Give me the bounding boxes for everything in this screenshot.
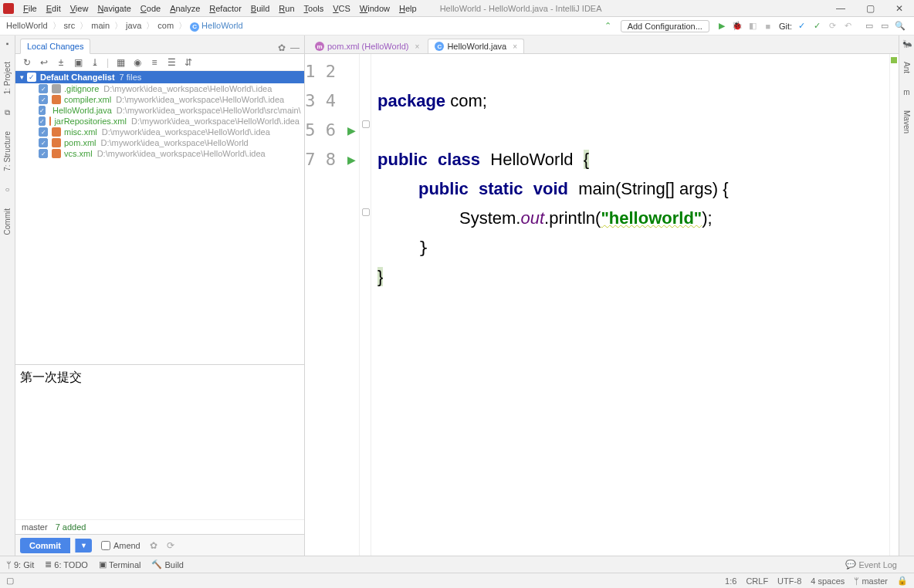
file-checkbox[interactable]: ✓	[39, 138, 48, 147]
group-icon[interactable]: ▦	[115, 57, 126, 68]
commit-dropdown[interactable]: ▼	[75, 539, 92, 553]
changed-file[interactable]: ✓compiler.xmlD:\mywork\idea_workspace\He…	[15, 94, 304, 105]
project-structure-icon[interactable]: ▭	[863, 20, 875, 32]
changelist-root[interactable]: ▾ ✓ Default Changelist 7 files	[15, 71, 304, 83]
settings-icon[interactable]: ▭	[878, 20, 891, 32]
git-history-icon[interactable]: ⟳	[826, 20, 838, 32]
commit-message-input[interactable]	[20, 370, 300, 515]
indent-setting[interactable]: 4 spaces	[811, 576, 845, 586]
structure-icon[interactable]: ⧉	[3, 108, 12, 117]
breadcrumb-com[interactable]: com	[157, 21, 174, 30]
changed-file[interactable]: ✓pom.xmlD:\mywork\idea_workspace\HelloWo…	[15, 137, 304, 148]
changed-file[interactable]: ✓HelloWorld.javaD:\mywork\idea_workspace…	[15, 105, 304, 116]
run-class-icon[interactable]: ▶	[344, 116, 359, 145]
coverage-icon[interactable]: ◧	[746, 20, 759, 32]
menu-navigate[interactable]: Navigate	[93, 2, 135, 15]
toolwindow-git[interactable]: ᛘ9: Git	[6, 560, 34, 569]
maven-icon[interactable]: m	[902, 87, 912, 96]
file-checkbox[interactable]: ✓	[39, 127, 48, 137]
menu-window[interactable]: Window	[355, 2, 394, 15]
menu-tools[interactable]: Tools	[300, 2, 329, 15]
event-log[interactable]: 💬Event Log	[845, 559, 897, 569]
ant-icon[interactable]: 🐜	[902, 39, 912, 48]
project-icon[interactable]: ▪	[3, 39, 12, 48]
amend-checkbox[interactable]: Amend	[101, 541, 140, 550]
git-branch-status[interactable]: ᛘ master	[854, 576, 888, 586]
menu-analyze[interactable]: Analyze	[165, 2, 205, 15]
tab-project[interactable]: 1: Project	[3, 59, 12, 97]
commit-gear-icon[interactable]: ✿	[150, 540, 157, 551]
file-checkbox[interactable]: ✓	[39, 149, 48, 158]
close-tab-icon[interactable]: ×	[513, 42, 517, 51]
menu-code[interactable]: Code	[136, 2, 165, 15]
menu-refactor[interactable]: Refactor	[205, 2, 246, 15]
toolwindow-todo[interactable]: ≣6: TODO	[45, 559, 88, 569]
breadcrumb-src[interactable]: src	[64, 21, 76, 30]
stop-icon[interactable]: ■	[762, 20, 774, 32]
expand-icon[interactable]: ≡	[149, 57, 160, 68]
code-editor[interactable]: package com; public class HelloWorld { p…	[371, 54, 889, 556]
tab-maven[interactable]: Maven	[902, 107, 911, 137]
run-icon[interactable]: ▶	[716, 20, 728, 32]
tab-commit[interactable]: Commit	[3, 205, 12, 238]
fold-marker-icon[interactable]	[362, 208, 370, 216]
editor-tab[interactable]: CHelloWorld.java×	[428, 39, 524, 53]
menu-vcs[interactable]: VCS	[328, 2, 355, 15]
minimize-button[interactable]: —	[829, 3, 852, 14]
file-checkbox[interactable]: ✓	[39, 95, 48, 104]
fold-marker-icon[interactable]	[362, 120, 370, 128]
line-separator[interactable]: CRLF	[746, 576, 768, 586]
breadcrumb-main[interactable]: main	[91, 21, 110, 30]
toolwindow-build[interactable]: 🔨Build	[151, 559, 183, 569]
view-icon[interactable]: ◉	[132, 57, 143, 68]
toolwindow-terminal[interactable]: ▣Terminal	[99, 559, 141, 569]
maximize-button[interactable]: ▢	[858, 3, 882, 14]
debug-icon[interactable]: 🐞	[731, 20, 743, 32]
panel-settings-icon[interactable]: ✿	[278, 42, 286, 53]
changelist-icon[interactable]: ▣	[73, 57, 83, 68]
diff-icon[interactable]: ±	[56, 57, 66, 68]
run-method-icon[interactable]: ▶	[344, 145, 359, 174]
warning-mark-icon[interactable]	[891, 57, 897, 63]
breadcrumb-java[interactable]: java	[126, 21, 141, 30]
menu-help[interactable]: Help	[394, 2, 421, 15]
collapse-icon[interactable]: ☰	[166, 57, 177, 68]
close-tab-icon[interactable]: ×	[415, 42, 420, 51]
close-button[interactable]: ✕	[888, 3, 911, 14]
chevron-down-icon[interactable]: ▾	[20, 73, 24, 81]
panel-hide-icon[interactable]: —	[290, 42, 300, 53]
commit-tab-icon[interactable]: ○	[3, 185, 12, 194]
file-checkbox[interactable]: ✓	[39, 117, 46, 126]
lock-icon[interactable]: 🔒	[897, 576, 908, 586]
git-update-icon[interactable]: ✓	[795, 20, 807, 32]
shelve-icon[interactable]: ⤓	[90, 57, 100, 68]
tab-structure[interactable]: 7: Structure	[3, 128, 12, 174]
menu-build[interactable]: Build	[246, 2, 274, 15]
breadcrumb-helloworld[interactable]: HelloWorld	[201, 21, 243, 30]
menu-run[interactable]: Run	[274, 2, 299, 15]
rollback-icon[interactable]: ↩	[39, 57, 49, 68]
menu-view[interactable]: View	[66, 2, 93, 15]
file-checkbox[interactable]: ✓	[39, 84, 48, 93]
status-icon[interactable]: ▢	[6, 576, 14, 586]
changed-file[interactable]: ✓jarRepositories.xmlD:\mywork\idea_works…	[15, 116, 304, 127]
changed-file[interactable]: ✓vcs.xmlD:\mywork\idea_workspace\HelloWo…	[15, 148, 304, 159]
changed-file[interactable]: ✓.gitignoreD:\mywork\idea_workspace\Hell…	[15, 83, 304, 94]
search-everywhere-icon[interactable]: 🔍	[894, 20, 906, 32]
git-revert-icon[interactable]: ↶	[841, 20, 854, 32]
commit-history-icon[interactable]: ⟳	[167, 540, 174, 551]
changed-file[interactable]: ✓misc.xmlD:\mywork\idea_workspace\HelloW…	[15, 127, 304, 137]
commit-button[interactable]: Commit	[20, 538, 70, 553]
editor-tab[interactable]: mpom.xml (HelloWorld)×	[308, 39, 426, 53]
breadcrumb-helloworld[interactable]: HelloWorld	[6, 21, 48, 30]
build-icon[interactable]: ⌃	[602, 20, 614, 32]
root-checkbox[interactable]: ✓	[27, 73, 36, 82]
filter-icon[interactable]: ⇵	[183, 57, 194, 68]
tab-ant[interactable]: Ant	[902, 59, 911, 76]
menu-file[interactable]: File	[19, 2, 42, 15]
file-checkbox[interactable]: ✓	[39, 106, 46, 115]
caret-position[interactable]: 1:6	[725, 576, 736, 586]
local-changes-tab[interactable]: Local Changes	[20, 39, 90, 54]
git-commit-icon[interactable]: ✓	[811, 20, 823, 32]
add-configuration-button[interactable]: Add Configuration...	[621, 20, 709, 32]
